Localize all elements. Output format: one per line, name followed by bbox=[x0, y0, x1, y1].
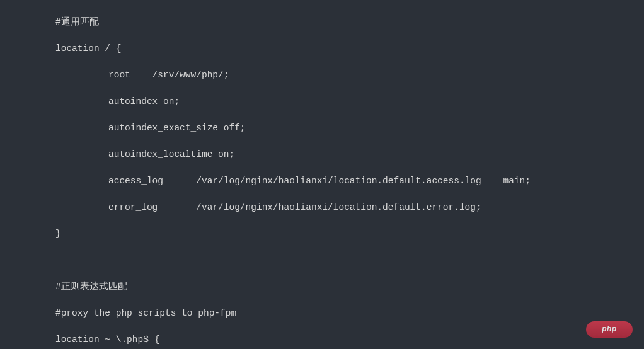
directive-autoindex: autoindex on; bbox=[5, 95, 639, 108]
directive-root: root /srv/www/php/; bbox=[5, 69, 639, 82]
location-open: location / { bbox=[5, 42, 639, 55]
directive-autoindex-exact: autoindex_exact_size off; bbox=[5, 122, 639, 135]
directive-access-log: access_log /var/log/nginx/haolianxi/loca… bbox=[5, 174, 639, 188]
comment-line: #proxy the php scripts to php-fpm bbox=[5, 307, 639, 320]
directive-error-log: error_log /var/log/nginx/haolianxi/locat… bbox=[5, 201, 639, 214]
comment-line: #通用匹配 bbox=[5, 16, 639, 29]
blank-line bbox=[5, 254, 639, 267]
nginx-config-code: #通用匹配 location / { root /srv/www/php/; a… bbox=[5, 3, 639, 349]
php-watermark-badge: php bbox=[586, 321, 633, 338]
comment-line: #正则表达式匹配 bbox=[5, 280, 639, 294]
location-open: location ~ \.php$ { bbox=[5, 333, 639, 346]
location-close: } bbox=[5, 227, 639, 241]
watermark-label: php bbox=[602, 324, 617, 335]
directive-autoindex-localtime: autoindex_localtime on; bbox=[5, 148, 639, 161]
